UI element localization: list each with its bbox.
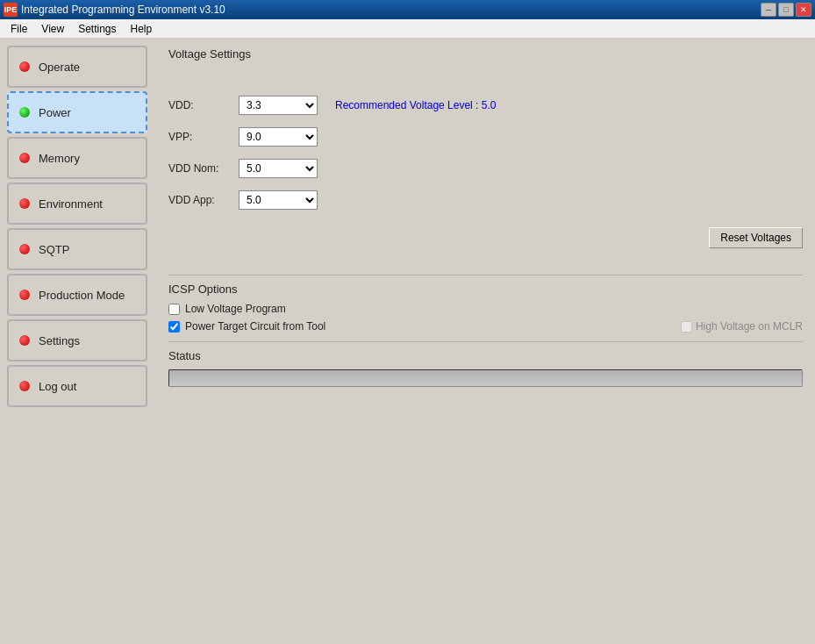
sidebar-item-production-mode[interactable]: Production Mode xyxy=(7,274,147,316)
sidebar-item-environment[interactable]: Environment xyxy=(7,182,147,225)
high-voltage-checkbox[interactable] xyxy=(681,321,692,333)
sidebar-label-environment: Environment xyxy=(39,197,103,211)
power-target-row: Power Target Circuit from Tool High Volt… xyxy=(168,320,803,333)
vdd-app-row: VDD App: 5.0 3.3 2.5 xyxy=(168,190,803,210)
vdd-nom-row: VDD Nom: 5.0 3.3 2.5 xyxy=(168,159,803,178)
title-bar-title: Integrated Programming Environment v3.10 xyxy=(21,4,761,16)
voltage-section-title: Voltage Settings xyxy=(168,47,803,61)
sidebar-item-settings[interactable]: Settings xyxy=(7,319,147,361)
sidebar-label-production-mode: Production Mode xyxy=(39,289,125,302)
menu-bar: File View Settings Help xyxy=(0,19,815,39)
menu-help[interactable]: Help xyxy=(124,21,160,37)
vpp-label: VPP: xyxy=(168,131,239,143)
menu-file[interactable]: File xyxy=(4,21,34,37)
recommended-text: Recommended Voltage Level : 5.0 xyxy=(335,99,496,111)
power-target-checkbox[interactable] xyxy=(168,321,180,333)
status-bar xyxy=(168,369,803,387)
led-settings xyxy=(19,335,30,346)
reset-btn-row: Reset Voltages xyxy=(168,227,803,248)
content-area: Voltage Settings VDD: 3.3 5.0 2.5 1.8 Re… xyxy=(156,39,815,644)
voltage-group: VDD: 3.3 5.0 2.5 1.8 Recommended Voltage… xyxy=(168,96,803,210)
status-section: Status xyxy=(168,341,803,387)
minimize-button[interactable]: ─ xyxy=(761,3,776,17)
sidebar-label-operate: Operate xyxy=(39,61,80,74)
sidebar-label-memory: Memory xyxy=(39,152,80,165)
sidebar-label-sqtp: SQTP xyxy=(39,243,69,256)
title-bar-controls: ─ □ ✕ xyxy=(761,3,811,17)
sidebar-item-operate[interactable]: Operate xyxy=(7,46,147,88)
maximize-button[interactable]: □ xyxy=(778,3,794,17)
high-voltage-label: High Voltage on MCLR xyxy=(696,320,803,333)
led-production-mode xyxy=(19,290,30,300)
vdd-app-select[interactable]: 5.0 3.3 2.5 xyxy=(239,190,318,210)
sidebar-label-settings: Settings xyxy=(39,334,80,347)
icsp-section: ICSP Options Low Voltage Program Power T… xyxy=(168,275,803,333)
vpp-select[interactable]: 9.0 12.0 13.5 xyxy=(239,127,318,147)
sidebar-item-log-out[interactable]: Log out xyxy=(7,365,147,407)
sidebar-item-power[interactable]: Power xyxy=(7,91,147,133)
vpp-row: VPP: 9.0 12.0 13.5 xyxy=(168,127,803,147)
low-voltage-label: Low Voltage Program xyxy=(185,303,286,315)
sidebar-item-sqtp[interactable]: SQTP xyxy=(7,228,147,270)
sidebar-label-power: Power xyxy=(39,106,71,119)
menu-view[interactable]: View xyxy=(34,21,71,37)
vdd-label: VDD: xyxy=(168,99,239,111)
vdd-row: VDD: 3.3 5.0 2.5 1.8 Recommended Voltage… xyxy=(168,96,803,115)
icsp-title: ICSP Options xyxy=(168,283,803,296)
close-button[interactable]: ✕ xyxy=(796,3,811,17)
app-icon: IPE xyxy=(4,3,18,17)
power-target-label: Power Target Circuit from Tool xyxy=(185,320,325,333)
sidebar: Operate Power Memory Environment SQTP Pr… xyxy=(0,39,156,644)
vdd-select[interactable]: 3.3 5.0 2.5 1.8 xyxy=(239,96,318,115)
sidebar-item-memory[interactable]: Memory xyxy=(7,137,147,179)
vdd-nom-select[interactable]: 5.0 3.3 2.5 xyxy=(239,159,318,178)
low-voltage-row: Low Voltage Program xyxy=(168,303,803,315)
vdd-app-label: VDD App: xyxy=(168,194,239,206)
low-voltage-checkbox[interactable] xyxy=(168,304,180,315)
vdd-nom-label: VDD Nom: xyxy=(168,162,239,175)
led-sqtp xyxy=(19,244,30,254)
led-operate xyxy=(19,61,30,72)
reset-voltages-button[interactable]: Reset Voltages xyxy=(709,227,803,248)
high-voltage-group: High Voltage on MCLR xyxy=(681,320,803,333)
led-environment xyxy=(19,198,30,209)
menu-settings[interactable]: Settings xyxy=(71,21,123,37)
title-bar: IPE Integrated Programming Environment v… xyxy=(0,0,815,19)
status-title: Status xyxy=(168,349,803,362)
main-layout: Operate Power Memory Environment SQTP Pr… xyxy=(0,39,815,644)
led-log-out xyxy=(19,381,30,391)
led-memory xyxy=(19,153,30,163)
sidebar-label-log-out: Log out xyxy=(39,380,76,393)
led-power xyxy=(19,107,30,118)
